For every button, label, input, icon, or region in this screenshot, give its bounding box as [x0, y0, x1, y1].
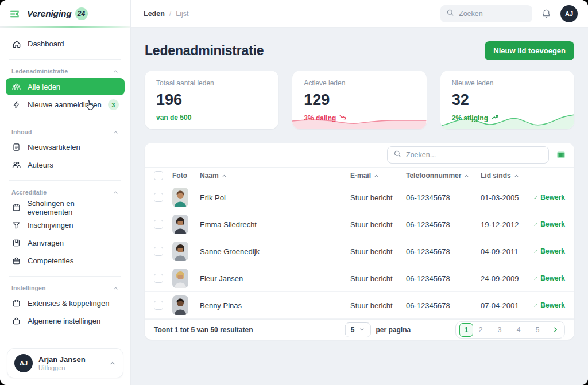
stat-label: Totaal aantal leden — [156, 79, 267, 87]
select-all-checkbox[interactable] — [154, 171, 163, 180]
table-search[interactable] — [387, 146, 549, 164]
row-checkbox[interactable] — [154, 193, 163, 202]
section-label: Instellingen — [11, 285, 46, 291]
table-search-input[interactable] — [406, 151, 543, 159]
app-window: Vereniging 24 Dashboard Ledenadministrat… — [0, 0, 588, 385]
sidebar-header: Vereniging 24 — [0, 0, 130, 28]
member-phone: 06-12345678 — [406, 193, 481, 202]
members-icon — [11, 82, 21, 92]
breadcrumb-separator: / — [169, 10, 171, 18]
per-page-label: per pagina — [376, 326, 411, 334]
member-photo — [172, 242, 188, 261]
brand-name: Vereniging — [27, 9, 72, 19]
section-label: Ledenadministratie — [11, 68, 68, 75]
send-message-link[interactable]: Stuur bericht — [350, 247, 406, 256]
collapse-sidebar-icon[interactable] — [9, 9, 20, 20]
sort-asc-icon — [514, 173, 519, 178]
sidebar-item-competenties[interactable]: Competenties — [6, 252, 125, 269]
users-icon — [11, 160, 21, 170]
send-message-link[interactable]: Stuur bericht — [350, 274, 406, 283]
sidebar-item-dashboard[interactable]: Dashboard — [6, 36, 125, 52]
sidebar-item-nieuwsartikelen[interactable]: Nieuwsartikelen — [6, 139, 125, 155]
divider — [490, 326, 490, 333]
logout-link[interactable]: Uitloggen — [38, 364, 86, 371]
sidebar-item-label: Nieuwsartikelen — [28, 143, 80, 151]
table-row[interactable]: Emma Sliedrecht Stuur bericht 06-1234567… — [145, 211, 574, 238]
add-member-button[interactable]: Nieuw lid toevoegen — [485, 41, 574, 60]
user-menu[interactable]: AJ Arjan Jansen Uitloggen — [7, 348, 123, 378]
sidebar-item-auteurs[interactable]: Auteurs — [6, 157, 125, 173]
global-search[interactable] — [440, 5, 532, 22]
sidebar-item-alle-leden[interactable]: Alle leden — [6, 78, 125, 95]
stat-sub: van de 500 — [156, 114, 191, 122]
sidebar-item-label: Nieuwe aanmeldingen — [28, 100, 102, 109]
sidebar-item-aanvragen[interactable]: Aanvragen — [6, 235, 125, 251]
chevron-up-icon[interactable] — [113, 129, 119, 135]
sidebar-item-algemene-instellingen[interactable]: Algemene instellingen — [6, 313, 125, 329]
send-message-link[interactable]: Stuur bericht — [350, 193, 406, 202]
sidebar-item-extensies[interactable]: Extensies & koppelingen — [6, 295, 125, 312]
row-checkbox[interactable] — [154, 301, 163, 310]
edit-button[interactable]: Bewerk — [534, 193, 565, 201]
page-button-1[interactable]: 1 — [459, 323, 473, 337]
funnel-icon — [11, 221, 21, 230]
chevron-up-icon[interactable] — [113, 285, 119, 291]
member-phone: 06-12345678 — [406, 247, 481, 256]
chevron-up-icon[interactable] — [113, 189, 119, 196]
search-icon — [446, 9, 454, 19]
sort-asc-icon — [464, 173, 469, 178]
sidebar-item-nieuwe-aanmeldingen[interactable]: Nieuwe aanmeldingen 3 — [6, 96, 125, 113]
member-name: Emma Sliedrecht — [200, 220, 350, 229]
column-header-lid-sinds[interactable]: Lid sinds — [481, 172, 534, 180]
send-message-link[interactable]: Stuur bericht — [350, 301, 406, 310]
stat-card-total: Totaal aantal leden 196 van de 500 — [145, 71, 278, 129]
document-icon — [11, 143, 21, 151]
row-checkbox[interactable] — [154, 247, 163, 256]
row-checkbox[interactable] — [154, 274, 163, 283]
divider — [9, 120, 121, 120]
divider — [9, 180, 121, 181]
edit-button[interactable]: Bewerk — [534, 247, 565, 255]
member-since: 01-03-2005 — [481, 193, 534, 202]
page-size-select[interactable]: 5 — [345, 322, 371, 337]
column-header-email[interactable]: E-mail — [350, 172, 406, 180]
sidebar-item-label: Dashboard — [28, 40, 64, 48]
edit-button[interactable]: Bewerk — [534, 301, 565, 309]
column-header-naam[interactable]: Naam — [200, 172, 350, 180]
global-search-input[interactable] — [459, 10, 527, 18]
page-button-5[interactable]: 5 — [531, 324, 544, 336]
notifications-bell-icon[interactable] — [541, 9, 551, 18]
settings-box-icon — [11, 317, 21, 325]
divider — [9, 276, 121, 277]
sidebar-item-label: Competenties — [28, 256, 74, 265]
page-button-3[interactable]: 3 — [493, 324, 506, 336]
row-checkbox[interactable] — [154, 220, 163, 229]
table-row[interactable]: Sanne Groenedijk Stuur bericht 06-123456… — [145, 238, 574, 265]
book-icon — [11, 239, 21, 247]
next-page-icon[interactable] — [550, 326, 561, 333]
edit-button[interactable]: Bewerk — [534, 274, 565, 282]
extensions-icon — [11, 299, 21, 308]
new-signups-badge: 3 — [108, 99, 119, 110]
edit-button[interactable]: Bewerk — [534, 220, 565, 228]
member-photo — [172, 295, 188, 315]
topbar-avatar[interactable]: AJ — [560, 5, 578, 22]
sidebar-item-inschrijvingen[interactable]: Inschrijvingen — [6, 217, 125, 234]
sort-asc-icon — [222, 173, 227, 178]
page-button-4[interactable]: 4 — [512, 324, 525, 336]
table-row[interactable]: Erik Pol Stuur bericht 06-12345678 01-03… — [145, 184, 574, 211]
chevron-up-icon[interactable] — [113, 68, 119, 75]
table-row[interactable]: Fleur Jansen Stuur bericht 06-12345678 2… — [145, 265, 574, 292]
members-table: Foto Naam E-mail Telefoonnummer Lid sind… — [145, 143, 574, 340]
sidebar-nav: Dashboard Ledenadministratie Alle leden … — [0, 28, 130, 348]
columns-icon[interactable] — [556, 150, 566, 160]
table-row[interactable]: Benny Pinas Stuur bericht 06-12345678 07… — [145, 292, 574, 319]
member-photo — [172, 188, 188, 207]
page-button-2[interactable]: 2 — [474, 324, 487, 336]
send-message-link[interactable]: Stuur bericht — [350, 220, 406, 229]
sidebar-item-scholingen[interactable]: Scholingen en evenementen — [6, 199, 125, 216]
chevron-up-icon[interactable] — [109, 360, 116, 367]
member-phone: 06-12345678 — [406, 220, 481, 229]
column-header-telefoonnummer[interactable]: Telefoonnummer — [406, 172, 481, 180]
breadcrumb-parent[interactable]: Leden — [144, 10, 165, 18]
